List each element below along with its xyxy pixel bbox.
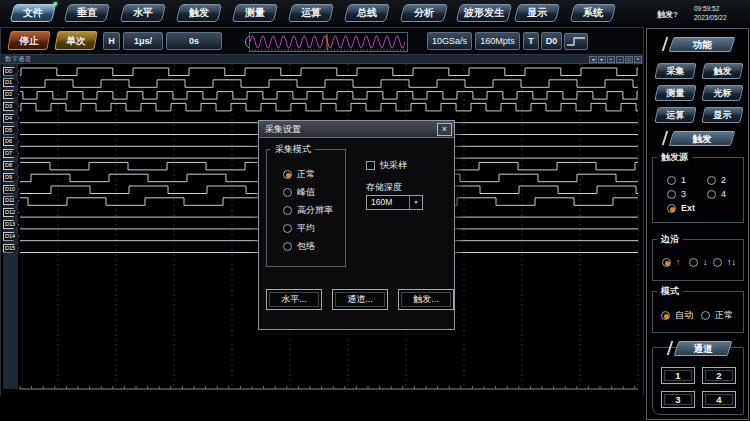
- sine-preview-graphic: [250, 33, 407, 51]
- channel-header[interactable]: 通道: [674, 341, 733, 356]
- menu-item-bus[interactable]: 总线: [344, 4, 390, 22]
- stop-button-label: 停止: [10, 32, 48, 49]
- close-icon[interactable]: ×: [437, 123, 452, 136]
- sidebar-button-acquire[interactable]: 采集: [654, 63, 696, 79]
- function-header[interactable]: 功能: [669, 37, 736, 52]
- menu-item-trigger-label: 触发: [179, 5, 219, 21]
- sidebar-button-trigger[interactable]: 触发: [701, 63, 743, 79]
- trigger-status: 触发?: [657, 9, 678, 20]
- sidebar-button-measure[interactable]: 测量: [654, 85, 696, 101]
- close-window-icon[interactable]: ×: [634, 56, 642, 63]
- source-radio-3[interactable]: 3: [667, 189, 686, 201]
- checkbox-icon: [366, 161, 375, 170]
- memory-depth-dropdown[interactable]: 160M ▼: [366, 195, 423, 210]
- menu-item-file-label: 文件: [13, 5, 53, 21]
- menu-item-vertical-label: 垂直: [67, 5, 107, 21]
- minimize-icon[interactable]: −: [616, 56, 624, 63]
- sidebar-button-math[interactable]: 运算: [654, 107, 696, 123]
- clock-date: 2023/05/22: [694, 13, 746, 22]
- menu-item-system[interactable]: 系统: [570, 4, 616, 22]
- timebase-button[interactable]: 1μs/: [123, 32, 163, 50]
- sidebar-button-cursor[interactable]: 光标: [701, 85, 743, 101]
- trigmode-radio-auto[interactable]: 自动: [661, 309, 693, 321]
- radio-icon: [283, 188, 292, 197]
- control-sidebar: 功能 采集 触发 测量 光标 运算 显示 触发 触发源 1 2 3 4 Ext …: [646, 28, 749, 420]
- function-header-label: 功能: [672, 38, 732, 51]
- horizontal-more-button[interactable]: 水平...: [266, 289, 322, 310]
- sidebar-button-acquire-label: 采集: [657, 64, 694, 78]
- trigmode-radio-auto-label: 自动: [675, 310, 693, 320]
- channel-more-button[interactable]: 通道...: [332, 289, 388, 310]
- oscilloscope-screen: 文件 垂直 水平 触发 测量 运算 总线 分析 波形发生 显示 系统 触发? 0…: [0, 0, 750, 421]
- radio-icon: [707, 190, 716, 199]
- mode-radio-normal-label: 正常: [297, 169, 315, 179]
- source-radio-2[interactable]: 2: [707, 175, 726, 187]
- source-radio-4-label: 4: [721, 189, 726, 199]
- radio-icon: [701, 311, 710, 320]
- channel-4-button[interactable]: 4: [702, 391, 736, 408]
- menu-item-bus-label: 总线: [347, 5, 387, 21]
- sidebar-button-trigger-label: 触发: [704, 64, 741, 78]
- channel-1-button[interactable]: 1: [661, 367, 695, 384]
- radio-icon: [661, 311, 670, 320]
- sidebar-button-cursor-label: 光标: [704, 86, 741, 100]
- rising-edge-icon[interactable]: [564, 33, 588, 50]
- wave-window-title: 数字通道: [5, 55, 31, 62]
- horizontal-offset-button[interactable]: 0s: [166, 32, 222, 50]
- sample-rate-button[interactable]: 10GSa/s: [427, 32, 472, 50]
- source-radio-ext[interactable]: Ext: [667, 203, 695, 215]
- waveform-preview[interactable]: [249, 32, 408, 52]
- channel-3-button[interactable]: 3: [661, 391, 695, 408]
- radio-icon: [689, 258, 698, 267]
- mode-radio-envelope[interactable]: 包络: [283, 240, 315, 252]
- sidebar-button-display[interactable]: 显示: [701, 107, 743, 123]
- menu-item-wavegen[interactable]: 波形发生: [456, 4, 512, 22]
- clock: 09:59:52 2023/05/22: [694, 4, 746, 22]
- horizontal-h-button[interactable]: H: [103, 32, 120, 50]
- mode-radio-hires-label: 高分辨率: [297, 205, 333, 215]
- mode-radio-peak[interactable]: 峰值: [283, 186, 315, 198]
- menu-item-display[interactable]: 显示: [514, 4, 560, 22]
- acquire-mode-group-label: 采集模式: [271, 143, 315, 156]
- fast-sample-checkbox[interactable]: 快采样: [366, 159, 407, 171]
- menu-item-measure[interactable]: 测量: [232, 4, 278, 22]
- sidebar-button-math-label: 运算: [657, 108, 694, 122]
- single-button[interactable]: 单次: [54, 31, 97, 50]
- memory-depth-button[interactable]: 160Mpts: [475, 32, 520, 50]
- menu-item-math[interactable]: 运算: [288, 4, 334, 22]
- mode-radio-normal[interactable]: 正常: [283, 168, 315, 180]
- pan-left-icon[interactable]: ◂: [589, 56, 597, 63]
- trigmode-radio-normal[interactable]: 正常: [701, 309, 733, 321]
- menu-item-horizontal[interactable]: 水平: [120, 4, 166, 22]
- header-slash-decoration: [662, 37, 669, 51]
- fit-view-icon[interactable]: ▪: [607, 56, 615, 63]
- channel-2-button[interactable]: 2: [702, 367, 736, 384]
- radio-icon: [283, 224, 292, 233]
- edge-group-label: 边沿: [657, 233, 683, 246]
- menu-item-measure-label: 测量: [235, 5, 275, 21]
- trigger-t-button[interactable]: T: [523, 32, 539, 50]
- radio-icon: [707, 176, 716, 185]
- menu-item-analysis[interactable]: 分析: [400, 4, 448, 22]
- source-radio-4[interactable]: 4: [707, 189, 726, 201]
- menu-item-file[interactable]: 文件: [10, 4, 56, 22]
- menu-item-trigger[interactable]: 触发: [176, 4, 222, 22]
- menu-item-vertical[interactable]: 垂直: [64, 4, 110, 22]
- menu-item-horizontal-label: 水平: [123, 5, 163, 21]
- both-edges-icon: ↑↓: [727, 257, 736, 267]
- mode-radio-average[interactable]: 平均: [283, 222, 315, 234]
- stop-button[interactable]: 停止: [7, 31, 50, 50]
- trigger-header[interactable]: 触发: [669, 131, 736, 146]
- edge-radio-falling[interactable]: ↓: [689, 257, 708, 269]
- trigger-source-button[interactable]: D0: [541, 32, 562, 50]
- mode-radio-envelope-label: 包络: [297, 241, 315, 251]
- dialog-titlebar[interactable]: 采集设置: [259, 121, 454, 138]
- trigger-more-button[interactable]: 触发...: [398, 289, 454, 310]
- pan-right-icon[interactable]: ▸: [598, 56, 606, 63]
- source-radio-1[interactable]: 1: [667, 175, 686, 187]
- edge-radio-both[interactable]: ↑↓: [713, 257, 736, 269]
- mode-radio-hires[interactable]: 高分辨率: [283, 204, 333, 216]
- edge-radio-rising[interactable]: ↑: [662, 257, 681, 269]
- maximize-icon[interactable]: □: [625, 56, 633, 63]
- radio-icon: [283, 170, 292, 179]
